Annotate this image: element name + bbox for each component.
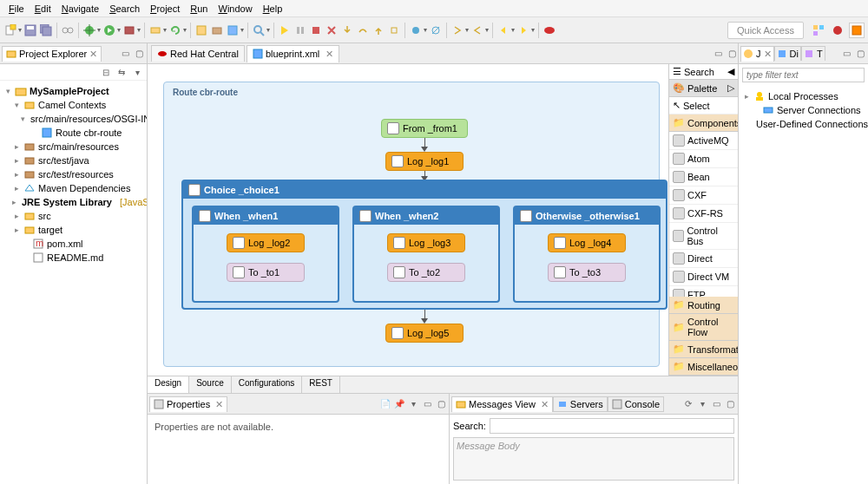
minimize-icon[interactable]: ▭ [840, 48, 852, 60]
new-props-icon[interactable]: 📄 [379, 398, 391, 410]
refresh-icon[interactable] [168, 23, 182, 37]
open-perspective-icon[interactable] [811, 23, 826, 38]
menu-project[interactable]: Project [145, 2, 185, 16]
fwd-icon[interactable] [516, 23, 530, 37]
console-tab[interactable]: Console [608, 396, 664, 412]
menu-window[interactable]: Window [213, 2, 257, 16]
node-log3[interactable]: Log _log3 [387, 233, 465, 252]
filter-input[interactable] [742, 68, 865, 82]
maximize-icon[interactable]: ▢ [854, 48, 866, 60]
tab-source[interactable]: Source [189, 376, 232, 393]
redhat-icon[interactable] [542, 23, 556, 37]
view-menu-icon[interactable]: ▾ [696, 398, 708, 410]
persp-fuse-icon[interactable] [849, 23, 865, 38]
maximize-icon[interactable]: ▢ [435, 398, 447, 410]
pin-icon[interactable]: 📌 [393, 398, 405, 410]
resume-icon[interactable] [278, 23, 292, 37]
menu-file[interactable]: File [3, 2, 30, 16]
palette-header[interactable]: 🎨Palette▷ [669, 80, 738, 97]
menu-help[interactable]: Help [258, 2, 288, 16]
minimize-icon[interactable]: ▭ [421, 398, 433, 410]
palette-item[interactable]: CXF [669, 186, 738, 205]
palette-search[interactable]: ☰Search◀ [669, 64, 738, 80]
new-icon[interactable] [3, 23, 17, 37]
node-to3[interactable]: To _to3 [548, 263, 626, 282]
palette-item[interactable]: Bean [669, 168, 738, 186]
tree-pom[interactable]: mpom.xml [3, 237, 143, 251]
minimize-icon[interactable]: ▭ [119, 48, 131, 60]
suspend-icon[interactable] [293, 23, 307, 37]
palette-item[interactable]: Direct VM [669, 268, 738, 286]
run-icon[interactable] [102, 23, 116, 37]
tab-redhat-central[interactable]: Red Hat Central [151, 45, 245, 62]
t-tab[interactable]: T [801, 46, 825, 61]
messages-search-input[interactable] [490, 418, 734, 434]
project-explorer-tab[interactable]: Project Explorer ✕ [2, 46, 102, 62]
node-log1[interactable]: Log _log1 [385, 152, 464, 171]
tab-blueprint[interactable]: blueprint.xml✕ [247, 45, 339, 62]
disconnect-icon[interactable] [325, 23, 339, 37]
route-canvas[interactable]: Route cbr-route From _from1 Log _log1 Ch… [148, 64, 668, 376]
persp-other-icon[interactable] [830, 23, 845, 38]
refresh-icon[interactable]: ⟳ [682, 398, 694, 410]
close-icon[interactable]: ✕ [326, 49, 333, 60]
tree-folder[interactable]: ▸src/test/resources [3, 167, 143, 181]
maximize-icon[interactable]: ▢ [133, 48, 145, 60]
palette-item[interactable]: FTP [669, 286, 738, 297]
node-log4[interactable]: Log _log4 [548, 233, 626, 252]
tree-readme[interactable]: README.md [3, 251, 143, 265]
node-from[interactable]: From _from1 [381, 119, 468, 138]
node-to1[interactable]: To _to1 [227, 263, 305, 282]
tree-server-conn[interactable]: Server Connections [742, 103, 865, 117]
step-over-icon[interactable] [356, 23, 370, 37]
tree-jre[interactable]: ▸JRE System Library [JavaSE-1.8] [3, 195, 143, 209]
node-when1[interactable]: When _when1 Log _log2 To _to1 [192, 206, 339, 303]
skip-bp-icon[interactable] [429, 23, 443, 37]
palette-components-hdr[interactable]: 📁Components [669, 114, 738, 132]
tree-project[interactable]: ▾MySampleProject [3, 84, 143, 98]
palette-transformation-hdr[interactable]: 📁Transformation [669, 341, 738, 358]
menu-run[interactable]: Run [185, 2, 213, 16]
maximize-icon[interactable]: ▢ [726, 48, 738, 60]
step-into-icon[interactable] [340, 23, 354, 37]
messages-tab[interactable]: Messages View✕ [451, 396, 553, 412]
maximize-icon[interactable]: ▢ [724, 398, 736, 410]
jmx-tab[interactable]: J✕ [740, 46, 774, 62]
tree-folder[interactable]: ▸src/main/resources [3, 140, 143, 154]
step-return-icon[interactable] [372, 23, 385, 37]
tree-maven-deps[interactable]: ▸Maven Dependencies [3, 181, 143, 195]
save-all-icon[interactable] [39, 23, 53, 37]
menu-edit[interactable]: Edit [30, 2, 56, 16]
palette-item[interactable]: Direct [669, 250, 738, 268]
tree-folder[interactable]: ▸src/test/java [3, 154, 143, 167]
palette-item[interactable]: Control Bus [669, 223, 738, 250]
node-log2[interactable]: Log _log2 [227, 233, 305, 252]
palette-item[interactable]: Atom [669, 150, 738, 168]
tree-user-conn[interactable]: User-Defined Connections [742, 117, 865, 131]
servers-tab[interactable]: Servers [553, 396, 608, 412]
close-icon[interactable]: ✕ [89, 49, 97, 60]
tab-design[interactable]: Design [148, 376, 189, 393]
tree-target[interactable]: ▸target [3, 223, 143, 237]
collapse-all-icon[interactable]: ⊟ [100, 66, 112, 78]
stop-icon[interactable] [309, 23, 323, 37]
tree-route[interactable]: Route cbr-route [3, 126, 143, 140]
node-log5[interactable]: Log _log5 [385, 324, 464, 343]
node-otherwise[interactable]: Otherwise _otherwise1 Log _log4 To _to3 [513, 206, 661, 303]
new-server-icon[interactable] [148, 23, 162, 37]
debug-icon[interactable] [82, 23, 96, 37]
minimize-icon[interactable]: ▭ [712, 48, 724, 60]
tree-local-processes[interactable]: ▸Local Processes [742, 89, 865, 103]
nav-next-icon[interactable] [450, 23, 464, 37]
quick-access[interactable]: Quick Access [727, 22, 804, 39]
node-when2[interactable]: When _when2 Log _log3 To _to2 [352, 206, 500, 303]
tree-osgi[interactable]: ▾src/main/resources/OSGI-INF [3, 112, 143, 126]
menu-navigate[interactable]: Navigate [56, 2, 104, 16]
tab-rest[interactable]: REST [302, 376, 340, 393]
link-editor-icon[interactable]: ⇆ [115, 66, 128, 78]
open-pkg-icon[interactable] [210, 23, 224, 37]
menu-search[interactable]: Search [104, 2, 145, 16]
tree-src[interactable]: ▸src [3, 209, 143, 223]
node-to2[interactable]: To _to2 [387, 263, 465, 282]
properties-tab[interactable]: Properties✕ [149, 396, 227, 412]
